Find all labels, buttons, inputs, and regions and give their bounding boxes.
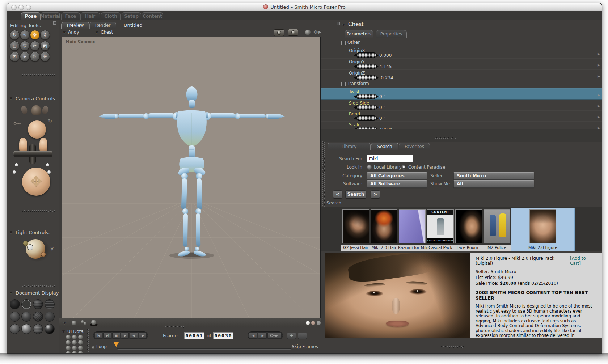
step-forward-button[interactable]: |▶ (139, 332, 147, 339)
add-keyframe-button[interactable]: + (287, 333, 296, 339)
group-collapse-box[interactable] (341, 41, 346, 45)
grouping-tool-icon[interactable]: ☞ (30, 52, 40, 62)
ui-dot[interactable] (72, 346, 77, 350)
tab-pose[interactable]: Pose (21, 12, 41, 20)
result-label[interactable]: Casual Pack (426, 245, 455, 251)
current-frame-field[interactable]: 00001 (184, 332, 204, 339)
display-style-outline-icon[interactable] (21, 299, 31, 309)
light-dot-icon[interactable] (27, 244, 33, 250)
last-frame-button[interactable]: ▶| (103, 332, 111, 339)
collapse-triangle-icon[interactable]: ▼ (10, 230, 12, 234)
panel-resize-handle[interactable] (434, 137, 456, 139)
twist-dial[interactable] (352, 94, 380, 99)
side-side-value[interactable]: 0 ° (379, 105, 385, 110)
result-label[interactable]: Kazumi for Miki (398, 245, 428, 251)
content-paradise-label[interactable]: Content Paradise (408, 165, 445, 170)
tab-parameters[interactable]: Parameters (345, 30, 373, 38)
seller-select[interactable]: Smith Micro (453, 172, 534, 180)
tab-material[interactable]: Material (41, 12, 60, 20)
key-camera-icon[interactable] (13, 120, 21, 123)
panel-collapse-icon[interactable] (337, 22, 340, 25)
panel-resize-handle[interactable] (21, 74, 55, 76)
display-style-silhouette-icon[interactable] (10, 299, 20, 309)
ui-dots-triangle-icon[interactable]: ▼ (62, 330, 65, 333)
result-thumbnail-m2-police[interactable] (484, 209, 510, 243)
scale-tool-icon[interactable]: ◻ (10, 41, 20, 51)
display-style-lit-wireframe-icon[interactable] (10, 312, 20, 322)
side-side-dial[interactable] (352, 105, 380, 110)
ui-dot[interactable] (66, 346, 71, 350)
originx-dial[interactable] (352, 52, 380, 58)
face-camera-icon[interactable] (28, 120, 46, 139)
tracking-dot-icon[interactable] (317, 321, 321, 325)
tab-library[interactable]: Library (328, 143, 371, 150)
ui-dot[interactable] (78, 335, 83, 339)
result-thumbnail-face-room[interactable] (455, 209, 482, 243)
stop-button[interactable]: ■ (112, 332, 120, 339)
result-thumbnail-miki-20-figure[interactable] (529, 209, 556, 243)
display-style-flat-shaded-icon[interactable] (21, 312, 31, 322)
camera-trackball[interactable]: ✥ (22, 168, 50, 196)
rotate-tool-icon[interactable]: ↻ (10, 30, 20, 40)
tab-setup[interactable]: Setup (122, 12, 141, 20)
camera-ball-icon[interactable] (15, 163, 18, 166)
tracking-dot-icon[interactable] (306, 321, 310, 325)
multi-ball-icon[interactable] (84, 322, 86, 325)
panel-resize-handle[interactable] (21, 210, 55, 212)
step-back-button[interactable]: ◀| (130, 332, 138, 339)
add-to-cart-link[interactable]: [Add to Cart] (570, 256, 597, 266)
bend-value[interactable]: 0 ° (379, 116, 385, 121)
footer-menu-triangle-icon[interactable]: ▼ (63, 321, 66, 325)
main-viewport[interactable]: Main Camera (62, 37, 321, 318)
tab-favorites[interactable]: Favorites (399, 143, 430, 150)
camera-icon[interactable] (274, 29, 284, 36)
tracking-dot-icon[interactable] (311, 321, 315, 325)
group-collapse-box[interactable] (341, 82, 346, 86)
row-expand-arrow-icon[interactable]: ▶ (598, 126, 600, 129)
row-expand-arrow-icon[interactable]: ▶ (598, 75, 600, 78)
originx-value[interactable]: 0.000 (379, 53, 392, 58)
tab-render[interactable]: Render (89, 22, 116, 29)
first-frame-button[interactable]: |◀ (94, 332, 102, 339)
result-label[interactable]: M2 Police (483, 245, 511, 251)
left-hand-camera-icon[interactable] (21, 105, 28, 114)
result-label[interactable]: Miki 2.0 Hair (370, 245, 398, 251)
search-input[interactable] (367, 155, 413, 162)
ui-dot[interactable] (78, 346, 83, 350)
title-bar[interactable]: Untitled – Smith Micro Poser Pro (7, 3, 602, 12)
display-style-texture-shaded-icon[interactable] (33, 324, 43, 334)
sun-icon[interactable]: ☼ (50, 246, 54, 252)
rotate-camera-icon[interactable]: ↻ (48, 118, 52, 124)
category-select[interactable]: All Categories (367, 172, 427, 180)
tab-content[interactable]: Content (142, 12, 163, 20)
row-expand-arrow-icon[interactable]: ▶ (598, 63, 600, 67)
tab-cloth[interactable]: Cloth (101, 12, 121, 20)
actor-menu-triangle-icon[interactable]: ▼ (96, 31, 98, 34)
zoom-tool-icon[interactable]: ⌖ (20, 52, 30, 62)
taper-tool-icon[interactable]: ▽ (20, 41, 30, 51)
next-page-button[interactable]: > (371, 190, 380, 198)
ui-dot[interactable] (72, 351, 77, 354)
result-label[interactable]: Face Room - (455, 245, 483, 251)
actor-menu-triangle-icon[interactable]: ▼ (342, 23, 345, 26)
display-style-hidden-line-icon[interactable] (45, 299, 55, 309)
display-style-sketch-icon[interactable] (45, 324, 55, 334)
local-library-radio[interactable] (367, 165, 372, 169)
dolly-camera-bar-icon[interactable] (13, 151, 52, 157)
depth-cue-ball-icon[interactable] (72, 321, 76, 325)
tab-hair[interactable]: Hair (80, 12, 100, 20)
result-thumbnail-g2-jessi-hair[interactable] (342, 209, 369, 243)
delete-keyframe-button[interactable]: − (298, 333, 307, 339)
loop-indicator-icon[interactable] (92, 346, 94, 349)
tab-search[interactable]: Search (371, 143, 398, 150)
move-plane-icon[interactable]: ✥ (313, 29, 318, 35)
ui-dot[interactable] (72, 335, 77, 339)
software-select[interactable]: All Software (367, 180, 427, 188)
search-button[interactable]: Search (345, 190, 366, 198)
twist-tool-icon[interactable]: ∿ (20, 30, 30, 40)
originy-dial[interactable] (352, 64, 380, 69)
ui-dot[interactable] (66, 335, 71, 339)
previous-page-button[interactable]: < (333, 190, 342, 198)
result-thumbnail-miki-20-hair[interactable] (371, 209, 397, 243)
loop-label[interactable]: Loop (96, 344, 107, 349)
